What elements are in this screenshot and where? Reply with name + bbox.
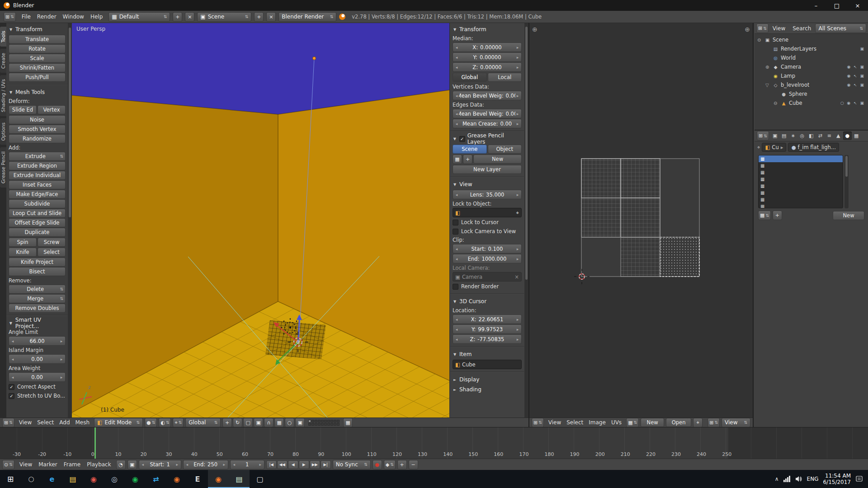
editor-type-button[interactable]: ⊙ ⇅ <box>2 460 14 469</box>
edge-data-field[interactable]: ◂ Mean Crease:0.00 ▸ <box>453 119 522 128</box>
render-layers-tab[interactable]: ▤ <box>780 131 788 140</box>
hidden-icons-chevron[interactable]: ∧ <box>775 476 779 482</box>
edge-data-field[interactable]: ◂ Mean Bevel Weig:0.00 ▸ <box>453 109 522 118</box>
add-slot-button[interactable]: + <box>773 211 782 220</box>
outliner-row[interactable]: ◎ World <box>755 53 868 62</box>
restrict-toggles[interactable]: ◉ ↖ ▣ <box>847 74 868 78</box>
material-slot[interactable]: ▦ <box>759 155 843 162</box>
menubar-item[interactable]: File <box>19 12 34 22</box>
vertex-data-field[interactable]: ◂ Mean Bevel Weig:0.00 ▸ <box>453 91 522 100</box>
menubar-item[interactable]: Window <box>60 12 87 22</box>
frame-start-field[interactable]: ◂ Start:1 ▸ <box>139 460 181 469</box>
outliner-row[interactable]: ● Sphere <box>755 89 868 99</box>
breadcrumb-material[interactable]: ● f_im flat_ligh... <box>788 143 839 152</box>
grease-pencil-draw-icon[interactable]: ▦ <box>453 155 462 164</box>
tool-button[interactable]: Bisect <box>9 267 66 276</box>
menubar-item[interactable]: Help <box>87 12 106 22</box>
taskbar-epic-games-icon[interactable]: E <box>187 470 208 488</box>
timeline-menu-item[interactable]: Playback <box>84 460 114 469</box>
jump-to-end-button[interactable]: ▶| <box>321 460 331 469</box>
tool-button[interactable]: Subdivide <box>9 199 66 208</box>
grease-pencil-checkbox[interactable]: ✓ <box>459 136 465 142</box>
scene-tab[interactable]: ∗ <box>789 131 797 140</box>
cursor-location-field[interactable]: ◂ Y:99.97523 ▸ <box>453 324 522 334</box>
occlude-geometry-icon[interactable]: ▣ <box>295 418 305 427</box>
tool-button[interactable]: Offset Edge Slide <box>9 218 66 227</box>
uv-menu-item[interactable]: View <box>546 418 564 427</box>
taskbar-firefox-icon[interactable]: ◉ <box>166 470 187 488</box>
jump-next-keyframe-button[interactable]: ▶▶ <box>310 460 320 469</box>
operator-checkbox[interactable]: ✓ Stretch to UV Bo... <box>9 391 66 400</box>
item-panel-header[interactable]: ▼ Item <box>453 349 522 359</box>
3d-cursor-panel-header[interactable]: ▼ 3D Cursor <box>453 296 522 306</box>
mode-selector[interactable]: ◧ Edit Mode ⇅ <box>94 418 143 427</box>
image-browse-button[interactable]: ▦ ⇅ <box>626 418 639 427</box>
new-layer-button[interactable]: New Layer <box>453 165 522 174</box>
3d-viewport[interactable]: User Persp (1) Cube z <box>72 23 449 418</box>
toolshelf-tab[interactable]: Options <box>0 118 6 145</box>
render-engine-selector[interactable]: Blender Render ⇅ <box>278 12 336 22</box>
viewport-shading-selector[interactable]: ● ⇅ <box>145 418 157 427</box>
lens-field[interactable]: ◂ Lens:35.000 ▸ <box>453 190 522 199</box>
taskbar-teamviewer-icon[interactable]: ⇄ <box>146 470 166 488</box>
timeline-menu-item[interactable]: Frame <box>61 460 84 469</box>
uv-menu-item[interactable]: Select <box>564 418 586 427</box>
use-preview-range-icon[interactable]: ◔ <box>116 460 126 469</box>
constraints-tab[interactable]: ⇄ <box>816 131 825 140</box>
remove-doubles-button[interactable]: Remove Doubles <box>9 304 66 313</box>
object-name-field[interactable]: ◧ Cube <box>453 360 522 369</box>
sync-mode-selector[interactable]: No Sync ⇅ <box>333 460 371 469</box>
transform-panel-header[interactable]: ▼ Transform <box>9 24 66 34</box>
tool-button[interactable]: Knife Project <box>9 258 66 267</box>
play-reverse-button[interactable]: ◀ <box>288 460 298 469</box>
editor-type-button[interactable]: ⊞ ⇅ <box>4 12 16 22</box>
transform-space-button[interactable]: Global <box>453 73 487 82</box>
play-button[interactable]: ▶ <box>299 460 309 469</box>
texture-tab[interactable]: ▦ <box>852 131 861 140</box>
view-panel-header[interactable]: ▼ View <box>453 179 522 189</box>
local-camera-selector[interactable]: ▣ Camera × <box>453 272 522 282</box>
tool-button[interactable]: Smooth Vertex <box>9 125 66 134</box>
snap-magnet-icon[interactable]: ∩ <box>264 418 274 427</box>
restrict-toggles[interactable]: ◉ ↖ ▣ <box>847 65 868 69</box>
view-dropdown[interactable]: View ⇅ <box>722 418 750 427</box>
restrict-toggles[interactable]: ▣ <box>860 47 868 51</box>
tool-button[interactable]: Slide Ed <box>9 105 37 114</box>
tool-button[interactable]: Spin <box>9 238 37 247</box>
npanel-scrollbar[interactable] <box>524 23 528 418</box>
outliner-row[interactable]: ▽ ◇ b_levelroot ◉ ↖ ▣ <box>755 80 868 89</box>
material-tab[interactable]: ● <box>843 131 852 140</box>
insert-keyframe-button[interactable]: + <box>397 460 407 469</box>
tool-button[interactable]: Randomize <box>9 134 66 143</box>
tool-menu-button[interactable]: Merge ⇅ <box>9 294 66 303</box>
median-number-field[interactable]: ◂ X:0.00000 ▸ <box>453 42 522 52</box>
transform-space-button[interactable]: Local <box>488 73 522 82</box>
eyedropper-icon[interactable]: ⌖ <box>516 210 519 216</box>
pin-icon[interactable]: ⌖ <box>757 144 760 150</box>
tool-button[interactable]: Rotate <box>9 44 66 53</box>
menubar-item[interactable]: Render <box>34 12 60 22</box>
current-frame-field[interactable]: ◂ 1 ▸ <box>230 460 264 469</box>
screen-layout-selector[interactable]: ▦ Default ⇅ <box>108 12 170 22</box>
add-scene-button[interactable]: + <box>254 12 264 22</box>
tool-button[interactable]: Extrude Individual <box>9 171 66 180</box>
editor-type-button[interactable]: ⊞ ⇅ <box>532 418 544 427</box>
delete-scene-button[interactable]: × <box>266 12 276 22</box>
tool-button[interactable]: Screw <box>38 238 66 247</box>
lock-camera-to-view-checkbox[interactable]: Lock Camera to View <box>453 227 522 236</box>
expander-icon[interactable]: ⊖ <box>757 38 764 42</box>
outliner-row[interactable]: ⊖ ▣ Scene <box>755 35 868 44</box>
grease-pencil-panel-header[interactable]: ▼ ✓ Grease Pencil Layers <box>453 134 522 144</box>
operator-number-field[interactable]: ◂ 66.00 ▸ <box>9 336 66 346</box>
snap-element-icon[interactable]: ▦ <box>274 418 284 427</box>
tool-menu-button[interactable]: Delete ⇅ <box>9 285 66 294</box>
clip-number-field[interactable]: ◂ Start:0.100 ▸ <box>453 244 522 253</box>
median-number-field[interactable]: ◂ Z:0.00000 ▸ <box>453 62 522 72</box>
uv-menu-item[interactable]: UVs <box>609 418 624 427</box>
timeline-menu-item[interactable]: View <box>16 460 35 469</box>
pivot-center-selector[interactable]: ⌖ ⇅ <box>173 418 184 427</box>
render-tab[interactable]: ▣ <box>771 131 779 140</box>
delete-layout-button[interactable]: × <box>185 12 194 22</box>
tool-button[interactable]: Translate <box>9 35 66 44</box>
uv-canvas[interactable]: ⊕ ⊕ <box>529 23 753 418</box>
